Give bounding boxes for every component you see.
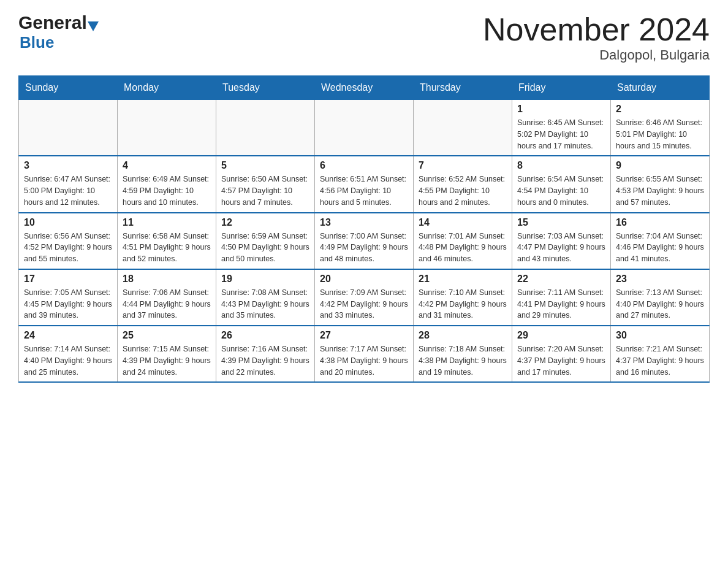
calendar-cell: 8Sunrise: 6:54 AM Sunset: 4:54 PM Daylig…	[512, 156, 611, 212]
day-number: 5	[221, 160, 309, 171]
day-number: 13	[320, 217, 408, 228]
calendar-cell: 7Sunrise: 6:52 AM Sunset: 4:55 PM Daylig…	[414, 156, 512, 212]
day-info: Sunrise: 6:59 AM Sunset: 4:50 PM Dayligh…	[221, 231, 309, 265]
day-info: Sunrise: 6:49 AM Sunset: 4:59 PM Dayligh…	[123, 174, 211, 208]
calendar-cell: 1Sunrise: 6:45 AM Sunset: 5:02 PM Daylig…	[512, 100, 611, 156]
day-number: 1	[517, 104, 605, 115]
calendar-cell	[19, 100, 118, 156]
calendar-cell: 15Sunrise: 7:03 AM Sunset: 4:47 PM Dayli…	[512, 213, 611, 269]
logo-blue-text: Blue	[18, 33, 99, 52]
day-number: 2	[616, 104, 704, 115]
day-info: Sunrise: 6:46 AM Sunset: 5:01 PM Dayligh…	[616, 117, 704, 151]
calendar-week-row: 24Sunrise: 7:14 AM Sunset: 4:40 PM Dayli…	[19, 326, 710, 382]
calendar-cell: 26Sunrise: 7:16 AM Sunset: 4:39 PM Dayli…	[216, 326, 315, 382]
day-info: Sunrise: 7:03 AM Sunset: 4:47 PM Dayligh…	[517, 231, 605, 265]
day-number: 26	[221, 330, 309, 341]
day-info: Sunrise: 7:10 AM Sunset: 4:42 PM Dayligh…	[419, 287, 507, 321]
calendar-cell: 23Sunrise: 7:13 AM Sunset: 4:40 PM Dayli…	[611, 269, 710, 326]
calendar-cell	[414, 100, 512, 156]
calendar-cell: 21Sunrise: 7:10 AM Sunset: 4:42 PM Dayli…	[414, 269, 512, 326]
logo-general-text: General	[18, 12, 87, 33]
calendar-cell	[118, 100, 216, 156]
day-info: Sunrise: 7:09 AM Sunset: 4:42 PM Dayligh…	[320, 287, 408, 321]
day-info: Sunrise: 7:14 AM Sunset: 4:40 PM Dayligh…	[24, 343, 112, 378]
day-info: Sunrise: 7:17 AM Sunset: 4:38 PM Dayligh…	[320, 343, 408, 378]
calendar-header-wednesday: Wednesday	[315, 76, 414, 100]
day-info: Sunrise: 6:47 AM Sunset: 5:00 PM Dayligh…	[24, 174, 112, 208]
day-info: Sunrise: 7:08 AM Sunset: 4:43 PM Dayligh…	[221, 287, 309, 321]
calendar-cell: 16Sunrise: 7:04 AM Sunset: 4:46 PM Dayli…	[611, 213, 710, 269]
day-info: Sunrise: 6:58 AM Sunset: 4:51 PM Dayligh…	[123, 231, 211, 265]
calendar-cell: 18Sunrise: 7:06 AM Sunset: 4:44 PM Dayli…	[118, 269, 216, 326]
day-info: Sunrise: 7:15 AM Sunset: 4:39 PM Dayligh…	[123, 343, 211, 378]
day-info: Sunrise: 7:18 AM Sunset: 4:38 PM Dayligh…	[419, 343, 507, 378]
day-number: 6	[320, 160, 408, 171]
calendar-title: November 2024	[483, 12, 710, 47]
calendar-cell: 4Sunrise: 6:49 AM Sunset: 4:59 PM Daylig…	[118, 156, 216, 212]
day-number: 4	[123, 160, 211, 171]
calendar-header-saturday: Saturday	[611, 76, 710, 100]
calendar-header-row: SundayMondayTuesdayWednesdayThursdayFrid…	[19, 76, 710, 100]
day-number: 29	[517, 330, 605, 341]
day-number: 27	[320, 330, 408, 341]
calendar-week-row: 3Sunrise: 6:47 AM Sunset: 5:00 PM Daylig…	[19, 156, 710, 212]
day-info: Sunrise: 7:00 AM Sunset: 4:49 PM Dayligh…	[320, 231, 408, 265]
calendar-cell: 10Sunrise: 6:56 AM Sunset: 4:52 PM Dayli…	[19, 213, 118, 269]
day-info: Sunrise: 7:01 AM Sunset: 4:48 PM Dayligh…	[419, 231, 507, 265]
calendar-cell: 13Sunrise: 7:00 AM Sunset: 4:49 PM Dayli…	[315, 213, 414, 269]
day-info: Sunrise: 7:13 AM Sunset: 4:40 PM Dayligh…	[616, 287, 704, 321]
calendar-subtitle: Dalgopol, Bulgaria	[483, 47, 710, 63]
day-number: 7	[419, 160, 507, 171]
day-number: 30	[616, 330, 704, 341]
day-number: 21	[419, 274, 507, 285]
calendar-cell: 12Sunrise: 6:59 AM Sunset: 4:50 PM Dayli…	[216, 213, 315, 269]
day-number: 17	[24, 274, 112, 285]
calendar-header-sunday: Sunday	[19, 76, 118, 100]
day-number: 18	[123, 274, 211, 285]
calendar-cell: 6Sunrise: 6:51 AM Sunset: 4:56 PM Daylig…	[315, 156, 414, 212]
title-area: November 2024 Dalgopol, Bulgaria	[483, 12, 710, 63]
day-info: Sunrise: 7:04 AM Sunset: 4:46 PM Dayligh…	[616, 231, 704, 265]
calendar-cell: 20Sunrise: 7:09 AM Sunset: 4:42 PM Dayli…	[315, 269, 414, 326]
day-number: 12	[221, 217, 309, 228]
calendar-header-monday: Monday	[118, 76, 216, 100]
calendar-table: SundayMondayTuesdayWednesdayThursdayFrid…	[18, 75, 710, 383]
day-info: Sunrise: 6:52 AM Sunset: 4:55 PM Dayligh…	[419, 174, 507, 208]
day-number: 28	[419, 330, 507, 341]
day-number: 23	[616, 274, 704, 285]
day-number: 9	[616, 160, 704, 171]
day-number: 24	[24, 330, 112, 341]
day-info: Sunrise: 7:06 AM Sunset: 4:44 PM Dayligh…	[123, 287, 211, 321]
page-header: General Blue November 2024 Dalgopol, Bul…	[18, 12, 710, 63]
day-info: Sunrise: 6:51 AM Sunset: 4:56 PM Dayligh…	[320, 174, 408, 208]
day-number: 20	[320, 274, 408, 285]
day-info: Sunrise: 7:21 AM Sunset: 4:37 PM Dayligh…	[616, 343, 704, 378]
day-info: Sunrise: 6:54 AM Sunset: 4:54 PM Dayligh…	[517, 174, 605, 208]
calendar-cell: 5Sunrise: 6:50 AM Sunset: 4:57 PM Daylig…	[216, 156, 315, 212]
calendar-cell: 24Sunrise: 7:14 AM Sunset: 4:40 PM Dayli…	[19, 326, 118, 382]
day-number: 22	[517, 274, 605, 285]
calendar-cell: 19Sunrise: 7:08 AM Sunset: 4:43 PM Dayli…	[216, 269, 315, 326]
day-number: 16	[616, 217, 704, 228]
calendar-cell: 22Sunrise: 7:11 AM Sunset: 4:41 PM Dayli…	[512, 269, 611, 326]
calendar-cell: 30Sunrise: 7:21 AM Sunset: 4:37 PM Dayli…	[611, 326, 710, 382]
day-number: 15	[517, 217, 605, 228]
day-info: Sunrise: 6:50 AM Sunset: 4:57 PM Dayligh…	[221, 174, 309, 208]
calendar-cell	[216, 100, 315, 156]
day-number: 8	[517, 160, 605, 171]
day-number: 25	[123, 330, 211, 341]
calendar-cell: 28Sunrise: 7:18 AM Sunset: 4:38 PM Dayli…	[414, 326, 512, 382]
day-number: 14	[419, 217, 507, 228]
day-number: 11	[123, 217, 211, 228]
calendar-cell: 14Sunrise: 7:01 AM Sunset: 4:48 PM Dayli…	[414, 213, 512, 269]
calendar-week-row: 17Sunrise: 7:05 AM Sunset: 4:45 PM Dayli…	[19, 269, 710, 326]
day-info: Sunrise: 6:55 AM Sunset: 4:53 PM Dayligh…	[616, 174, 704, 208]
logo-arrow-icon	[88, 21, 99, 31]
calendar-cell: 17Sunrise: 7:05 AM Sunset: 4:45 PM Dayli…	[19, 269, 118, 326]
day-info: Sunrise: 7:16 AM Sunset: 4:39 PM Dayligh…	[221, 343, 309, 378]
calendar-cell: 29Sunrise: 7:20 AM Sunset: 4:37 PM Dayli…	[512, 326, 611, 382]
calendar-header-friday: Friday	[512, 76, 611, 100]
calendar-week-row: 10Sunrise: 6:56 AM Sunset: 4:52 PM Dayli…	[19, 213, 710, 269]
calendar-cell: 11Sunrise: 6:58 AM Sunset: 4:51 PM Dayli…	[118, 213, 216, 269]
calendar-cell: 9Sunrise: 6:55 AM Sunset: 4:53 PM Daylig…	[611, 156, 710, 212]
